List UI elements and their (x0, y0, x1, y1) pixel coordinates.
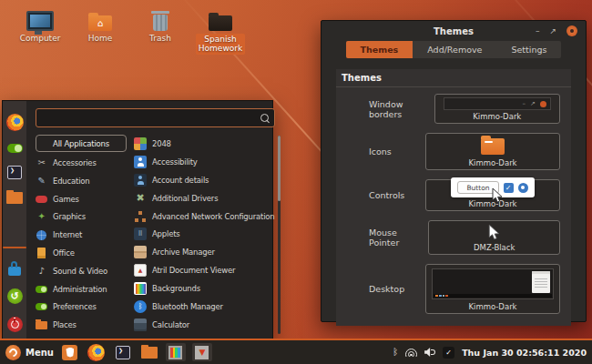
tab-settings[interactable]: Settings (496, 41, 561, 58)
category-education[interactable]: ✎Education (36, 172, 127, 190)
home-folder-icon: ⌂ (88, 7, 112, 31)
section-title: Themes (336, 69, 571, 87)
firefox-icon[interactable] (6, 114, 24, 131)
desktop-icon-area: Computer ⌂ Home Trash Spanish Homework (16, 7, 244, 55)
folder-icon-preview (481, 138, 505, 155)
shutdown-icon[interactable] (7, 317, 23, 332)
app-label: 2048 (152, 139, 171, 148)
desktop-picker-button[interactable]: Kimmo-Dark (425, 264, 560, 314)
category-internet[interactable]: Internet (36, 226, 127, 244)
theme-value: DMZ-Black (474, 243, 515, 252)
app-item-account-details[interactable]: Account details (134, 171, 275, 189)
app-label: Advanced Network Configuration (152, 212, 275, 221)
menu-button[interactable]: Menu (5, 345, 54, 360)
update-manager-icon[interactable]: ✓ (443, 347, 454, 359)
minimize-icon[interactable]: – (536, 27, 540, 35)
desktop-icon-computer[interactable]: Computer (16, 7, 64, 55)
category-office[interactable]: Office (36, 244, 127, 262)
trash-icon (153, 7, 168, 31)
files-icon[interactable] (6, 192, 23, 204)
category-label: Preferences (53, 302, 97, 311)
desktop-icon-label: Computer (20, 34, 61, 43)
calculator-icon (134, 318, 147, 331)
tab-add-remove[interactable]: Add/Remove (413, 41, 496, 58)
category-administration[interactable]: Administration (36, 280, 127, 298)
applets-icon: ⠿ (134, 228, 147, 240)
sidebar-divider (3, 247, 26, 248)
themes-titlebar[interactable]: Themes – ↗ (322, 21, 586, 41)
archive-manager-icon (134, 246, 147, 258)
app-item-applets[interactable]: ⠿Applets (134, 225, 275, 243)
window-list-item[interactable]: ▼ (192, 343, 212, 361)
cursor-arrow-preview (488, 224, 500, 241)
app-item-backgrounds[interactable]: Backgrounds (134, 279, 275, 298)
preview-close-icon (540, 101, 546, 107)
app-label: Calculator (152, 320, 189, 329)
desktop-icon-label: Trash (149, 34, 171, 43)
theme-row-desktop: Desktop Kimmo-Dark (345, 259, 562, 318)
computer-icon (26, 7, 54, 31)
lock-screen-icon[interactable] (8, 267, 21, 276)
window-list-themes[interactable] (166, 343, 186, 361)
app-item-bluetooth-manager[interactable]: ᛒBluetooth Manager (134, 298, 275, 316)
taskbar-software-manager[interactable] (60, 343, 80, 361)
wifi-icon[interactable] (405, 349, 417, 357)
category-graphics[interactable]: ✦Graphics (36, 207, 127, 226)
logout-icon[interactable]: ↺ (7, 288, 23, 304)
scrollbar-handle[interactable] (278, 136, 281, 201)
taskbar-terminal[interactable]: ❯ (113, 343, 133, 361)
theme-row-window-borders: Window borders – ↗ Kimmo-Dark (345, 89, 562, 128)
app-item-2048[interactable]: 2048 (134, 135, 275, 153)
maximize-icon[interactable]: ↗ (549, 27, 556, 35)
category-all-applications[interactable]: All Applications (36, 135, 127, 152)
window-borders-picker-button[interactable]: – ↗ Kimmo-Dark (434, 94, 561, 124)
desktop-icon-spanish-homework[interactable]: Spanish Homework (197, 7, 244, 55)
controls-picker-button[interactable]: Button ✓ Kimmo-Dark (425, 179, 560, 211)
themes-window: Themes – ↗ Themes Add/Remove Settings Th… (321, 20, 587, 322)
taskbar-clock[interactable]: Thu Jan 30 02:56:11 2020 (462, 348, 587, 358)
themes-tabbar: Themes Add/Remove Settings (322, 41, 586, 58)
close-icon[interactable] (566, 25, 577, 36)
app-item-additional-drivers[interactable]: ✖Additional Drivers (134, 189, 275, 207)
category-sound-video[interactable]: ♪Sound & Video (36, 262, 127, 280)
terminal-icon[interactable]: ❯ (7, 166, 22, 179)
app-item-atril-document-viewer[interactable]: ▲Atril Document Viewer (134, 261, 275, 279)
preview-button: Button (457, 181, 498, 194)
category-places[interactable]: Places (36, 316, 127, 334)
desktop-icon-trash[interactable]: Trash (137, 7, 184, 55)
category-accessories[interactable]: ✂Accessories (36, 154, 127, 172)
network-configuration-icon (134, 210, 147, 223)
category-label: Places (53, 320, 77, 329)
app-item-archive-manager[interactable]: Archive Manager (134, 243, 275, 261)
icons-picker-button[interactable]: Kimmo-Dark (425, 133, 560, 170)
category-preferences[interactable]: Preferences (36, 298, 127, 316)
app-item-advanced-network-configuration[interactable]: Advanced Network Configuration (134, 207, 275, 226)
category-games[interactable]: Games (36, 190, 127, 208)
app-list-scrollbar[interactable] (278, 136, 281, 334)
menu-categories: All Applications ✂Accessories ✎Education… (36, 135, 127, 334)
bluetooth-tray-icon[interactable]: ᛒ (393, 348, 398, 357)
desktop-icon-label-selected: Spanish Homework (196, 34, 245, 55)
volume-icon[interactable] (424, 348, 435, 357)
taskbar-files[interactable] (139, 343, 159, 361)
backgrounds-icon (134, 282, 147, 295)
taskbar-firefox[interactable] (87, 343, 107, 361)
2048-icon (134, 137, 147, 150)
app-item-calculator[interactable]: Calculator (134, 316, 275, 334)
category-label: All Applications (53, 139, 109, 148)
theme-row-mouse-pointer: Mouse Pointer DMZ-Black (345, 216, 562, 259)
mouse-pointer-picker-button[interactable]: DMZ-Black (428, 220, 560, 255)
software-manager-icon[interactable] (7, 144, 23, 153)
atril-icon: ▲ (134, 264, 147, 277)
places-icon (36, 319, 47, 331)
account-details-icon (134, 174, 147, 187)
preferences-icon (36, 301, 47, 313)
theme-value: Kimmo-Dark (468, 199, 516, 208)
internet-icon (36, 229, 47, 241)
tab-themes[interactable]: Themes (346, 41, 413, 58)
terminal-icon: ❯ (116, 346, 130, 359)
preview-checkbox: ✓ (504, 183, 514, 193)
menu-search-input[interactable] (42, 112, 260, 124)
app-item-accessibility[interactable]: Accessibility (134, 153, 275, 171)
desktop-icon-home[interactable]: ⌂ Home (77, 7, 124, 55)
